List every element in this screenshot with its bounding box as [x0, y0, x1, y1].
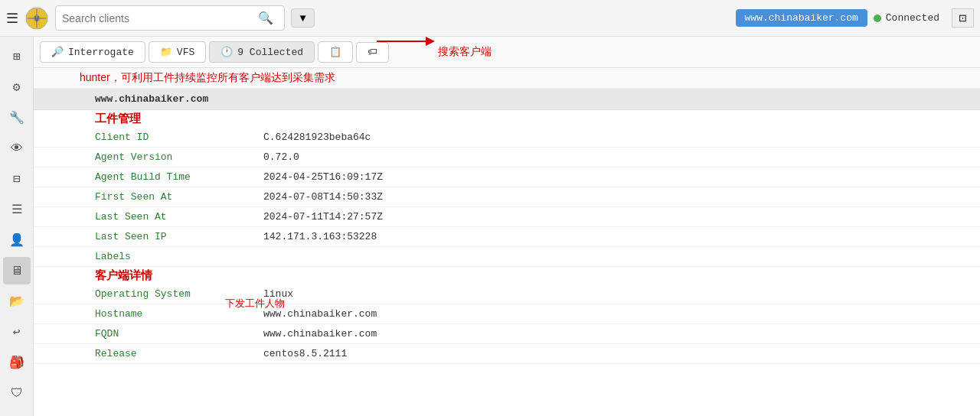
tab-flows[interactable]: 📋 [318, 41, 353, 63]
field-key-labels: Labels [95, 251, 263, 262]
sidebar-item-view[interactable]: 👁 [3, 135, 31, 162]
field-value-last-seen-ip: 142.171.3.163:53228 [263, 231, 377, 242]
field-key-release: Release [95, 348, 263, 359]
hamburger-icon[interactable]: ☰ [6, 10, 18, 27]
table-row: Agent Build Time 2024-04-25T16:09:17Z [34, 167, 980, 187]
table-row: Release centos8.5.2111 [34, 344, 980, 364]
status-dot [874, 15, 881, 22]
sidebar-item-home[interactable]: ⊞ [3, 43, 31, 70]
detail-table-main: Client ID C.624281923beba64c Agent Versi… [34, 128, 980, 267]
tab-interrogate[interactable]: 🔎 Interrogate [40, 41, 145, 63]
field-value-last-seen: 2024-07-11T14:27:57Z [263, 211, 383, 223]
section-client-details-label: 客户端详情 [95, 268, 152, 283]
detail-table-os: Operating System linux Hostname www.chin… [34, 284, 980, 364]
field-key-first-seen: First Seen At [95, 191, 263, 203]
top-bar: ☰ V 🔍 ▼ www.chinabaiker.com Connected ⊡ [0, 0, 980, 37]
table-row: Last Seen IP 142.171.3.163:53228 [34, 227, 980, 247]
sidebar-item-folder[interactable]: 📂 [3, 288, 31, 315]
sidebar-item-monitor[interactable]: 🖥 [3, 257, 31, 284]
main-layout: ⊞ ⚙ 🔧 👁 ⊟ ☰ 👤 🖥 📂 ↩ 🎒 🛡 🔎 Interrogate 📁 … [0, 37, 980, 416]
sidebar-item-database[interactable]: ⊟ [3, 165, 31, 193]
table-row: FQDN www.chinabaiker.com [34, 324, 980, 344]
connection-label: Connected [886, 12, 939, 24]
field-key-last-seen-ip: Last Seen IP [95, 231, 263, 242]
sidebar-item-settings[interactable]: ⚙ [3, 73, 31, 101]
section-artifacts-label: 工件管理 [95, 112, 141, 125]
sidebar-item-history[interactable]: ↩ [3, 318, 31, 346]
expand-button[interactable]: ⊡ [952, 8, 974, 28]
field-value-client-id: C.624281923beba64c [263, 132, 371, 143]
tab-vfs[interactable]: 📁 VFS [149, 41, 206, 63]
annotation-arrow-search [377, 37, 438, 53]
interrogate-icon: 🔎 [51, 46, 64, 58]
sidebar-item-list[interactable]: ☰ [3, 196, 31, 223]
client-header: www.chinabaiker.com [34, 89, 980, 110]
table-row: Last Seen At 2024-07-11T14:27:57Z [34, 207, 980, 227]
table-row: First Seen At 2024-07-08T14:50:33Z [34, 187, 980, 207]
svg-text:V: V [34, 15, 39, 24]
sidebar-item-tools[interactable]: 🔧 [3, 104, 31, 132]
annotation-bar: hunter，可利用工件持续监控所有客户端达到采集需求 [34, 68, 980, 89]
table-row: Client ID C.624281923beba64c [34, 128, 980, 148]
section-artifacts-row: 工件管理 [34, 110, 980, 128]
vfs-icon: 📁 [160, 46, 172, 58]
tab-bar: 🔎 Interrogate 📁 VFS 🕐 9 Collected 📋 🏷 搜索… [34, 37, 980, 68]
sidebar-item-artifacts[interactable]: 🎒 [3, 349, 31, 376]
table-row: Hostname www.chinabaiker.com 下发工件人物 [34, 304, 980, 324]
tab-collected-label: 9 Collected [237, 47, 303, 58]
content-area: 🔎 Interrogate 📁 VFS 🕐 9 Collected 📋 🏷 搜索… [34, 37, 980, 416]
field-key-agent-version: Agent Version [95, 151, 263, 163]
field-value-first-seen: 2024-07-08T14:50:33Z [263, 191, 383, 203]
field-value-agent-build-time: 2024-04-25T16:09:17Z [263, 171, 383, 183]
tab-collected[interactable]: 🕐 9 Collected [209, 41, 315, 63]
table-row: Agent Version 0.72.0 [34, 148, 980, 167]
search-dropdown-button[interactable]: ▼ [291, 8, 315, 28]
annotation-dispatch: 下发工件人物 [225, 297, 285, 310]
field-value-release: centos8.5.2111 [263, 348, 347, 359]
field-key-fqdn: FQDN [95, 328, 263, 340]
search-button[interactable]: 🔍 [253, 9, 278, 27]
field-key-agent-build-time: Agent Build Time [95, 171, 263, 183]
sidebar: ⊞ ⚙ 🔧 👁 ⊟ ☰ 👤 🖥 📂 ↩ 🎒 🛡 [0, 37, 34, 416]
connection-status: Connected [874, 12, 939, 24]
field-key-client-id: Client ID [95, 132, 263, 143]
collected-icon: 🕐 [220, 46, 233, 58]
sidebar-item-shield[interactable]: 🛡 [3, 379, 31, 407]
table-row: Labels [34, 247, 980, 267]
field-value-agent-version: 0.72.0 [263, 151, 299, 163]
search-input[interactable] [62, 12, 253, 24]
app-logo: V [24, 6, 49, 31]
search-box: 🔍 [55, 5, 285, 31]
field-value-fqdn: www.chinabaiker.com [263, 328, 377, 340]
annotation-search: 搜索客户端 [438, 45, 492, 59]
tab-interrogate-label: Interrogate [68, 47, 134, 58]
section-client-details-row: 客户端详情 [34, 267, 980, 284]
flows-icon: 📋 [329, 46, 341, 58]
field-key-last-seen: Last Seen At [95, 211, 263, 223]
annotation-hunter: hunter，可利用工件持续监控所有客户端达到采集需求 [80, 71, 335, 83]
server-url: www.chinabaiker.com [736, 9, 867, 27]
sidebar-item-user[interactable]: 👤 [3, 226, 31, 254]
table-row: Operating System linux [34, 284, 980, 304]
tab-vfs-label: VFS [177, 47, 194, 58]
